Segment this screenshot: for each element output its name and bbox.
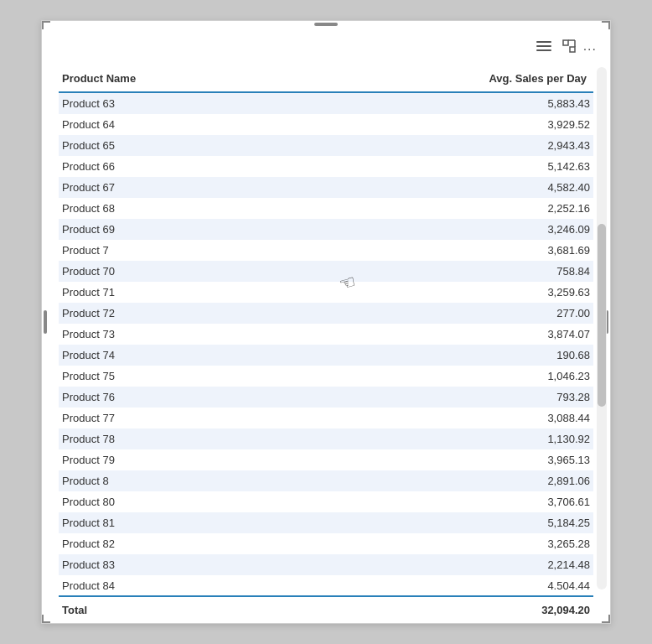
cell-avg-sales: 1,046.23 — [292, 366, 593, 387]
cell-product-name: Product 82 — [59, 533, 292, 554]
scrollbar-thumb[interactable] — [598, 224, 606, 407]
cell-product-name: Product 68 — [59, 198, 292, 219]
cell-product-name: Product 69 — [59, 219, 292, 240]
cell-avg-sales: 3,265.28 — [292, 533, 593, 554]
cell-avg-sales: 5,184.25 — [292, 512, 593, 533]
cell-product-name: Product 78 — [59, 428, 292, 449]
table-row[interactable]: Product 682,252.16 — [59, 198, 593, 219]
data-table: Product Name Avg. Sales per Day Product … — [59, 67, 593, 589]
cell-product-name: Product 63 — [59, 92, 292, 114]
cell-avg-sales: 3,965.13 — [292, 449, 593, 470]
table-row[interactable]: Product 733,874.07 — [59, 324, 593, 345]
cell-avg-sales: 277.00 — [292, 303, 593, 324]
table-row[interactable]: Product 751,046.23 — [59, 366, 593, 387]
cell-avg-sales: 4,582.40 — [292, 177, 593, 198]
cell-product-name: Product 75 — [59, 366, 292, 387]
cell-avg-sales: 3,246.09 — [292, 219, 593, 240]
table-row[interactable]: Product 713,259.63 — [59, 282, 593, 303]
table-row[interactable]: Product 832,214.48 — [59, 554, 593, 575]
cell-avg-sales: 3,706.61 — [292, 491, 593, 512]
cell-avg-sales: 4,504.44 — [292, 575, 593, 589]
cell-product-name: Product 73 — [59, 324, 292, 345]
table-wrapper: Product Name Avg. Sales per Day Product … — [59, 67, 593, 589]
cell-avg-sales: 758.84 — [292, 261, 593, 282]
cell-avg-sales: 3,259.63 — [292, 282, 593, 303]
cell-avg-sales: 2,891.06 — [292, 470, 593, 491]
cell-avg-sales: 3,681.69 — [292, 240, 593, 261]
table-row[interactable]: Product 82,891.06 — [59, 470, 593, 491]
cell-product-name: Product 64 — [59, 114, 292, 135]
table-row[interactable]: Product 665,142.63 — [59, 156, 593, 177]
toolbar: ... — [533, 38, 597, 55]
svg-rect-0 — [563, 40, 568, 45]
cell-avg-sales: 190.68 — [292, 345, 593, 366]
cell-product-name: Product 66 — [59, 156, 292, 177]
resize-handle-br[interactable] — [602, 615, 610, 623]
widget-container: ... Product Name Avg. Sales per Day Prod… — [41, 20, 611, 624]
cell-product-name: Product 84 — [59, 575, 292, 589]
cell-product-name: Product 83 — [59, 554, 292, 575]
table-row[interactable]: Product 652,943.43 — [59, 135, 593, 156]
cell-avg-sales: 2,943.43 — [292, 135, 593, 156]
cell-product-name: Product 8 — [59, 470, 292, 491]
cell-avg-sales: 5,883.43 — [292, 92, 593, 114]
menu-icon[interactable] — [533, 38, 555, 55]
table-row[interactable]: Product 781,130.92 — [59, 428, 593, 449]
cell-product-name: Product 70 — [59, 261, 292, 282]
scrollbar-track[interactable] — [597, 67, 607, 589]
cell-avg-sales: 2,252.16 — [292, 198, 593, 219]
table-row[interactable]: Product 693,246.09 — [59, 219, 593, 240]
cell-avg-sales: 2,214.48 — [292, 554, 593, 575]
cell-product-name: Product 76 — [59, 387, 292, 408]
cell-product-name: Product 79 — [59, 449, 292, 470]
cell-product-name: Product 67 — [59, 177, 292, 198]
cell-product-name: Product 7 — [59, 240, 292, 261]
cell-product-name: Product 72 — [59, 303, 292, 324]
cell-product-name: Product 71 — [59, 282, 292, 303]
table-row[interactable]: Product 823,265.28 — [59, 533, 593, 554]
table-row[interactable]: Product 74190.68 — [59, 345, 593, 366]
table-row[interactable]: Product 643,929.52 — [59, 114, 593, 135]
total-label: Total — [62, 604, 87, 616]
cell-product-name: Product 77 — [59, 408, 292, 428]
table-row[interactable]: Product 73,681.69 — [59, 240, 593, 261]
resize-handle-tl[interactable] — [42, 21, 50, 29]
table-row[interactable]: Product 70758.84 — [59, 261, 593, 282]
cell-avg-sales: 1,130.92 — [292, 428, 593, 449]
resize-handle-left[interactable] — [44, 310, 47, 334]
table-row[interactable]: Product 793,965.13 — [59, 449, 593, 470]
cell-avg-sales: 3,874.07 — [292, 324, 593, 345]
cell-avg-sales: 3,088.44 — [292, 408, 593, 428]
table-row[interactable]: Product 76793.28 — [59, 387, 593, 408]
table-row[interactable]: Product 72277.00 — [59, 303, 593, 324]
total-value: 32,094.20 — [541, 604, 590, 616]
table-row[interactable]: Product 844,504.44 — [59, 575, 593, 589]
cell-avg-sales: 5,142.63 — [292, 156, 593, 177]
table-row[interactable]: Product 773,088.44 — [59, 408, 593, 428]
column-header-product-name[interactable]: Product Name — [59, 67, 292, 92]
column-header-avg-sales[interactable]: Avg. Sales per Day — [292, 67, 593, 92]
cell-product-name: Product 65 — [59, 135, 292, 156]
more-options-icon[interactable]: ... — [583, 39, 597, 54]
resize-handle-tr[interactable] — [602, 21, 610, 29]
resize-handle-bl[interactable] — [42, 615, 50, 623]
svg-rect-1 — [570, 47, 575, 52]
total-row: Total 32,094.20 — [59, 595, 593, 623]
cell-avg-sales: 3,929.52 — [292, 114, 593, 135]
table-row[interactable]: Product 674,582.40 — [59, 177, 593, 198]
cell-avg-sales: 793.28 — [292, 387, 593, 408]
cell-product-name: Product 80 — [59, 491, 292, 512]
cell-product-name: Product 81 — [59, 512, 292, 533]
table-row[interactable]: Product 803,706.61 — [59, 491, 593, 512]
resize-handle-top[interactable] — [314, 23, 338, 26]
expand-icon[interactable] — [561, 39, 577, 54]
table-row[interactable]: Product 635,883.43 — [59, 92, 593, 114]
table-row[interactable]: Product 815,184.25 — [59, 512, 593, 533]
cell-product-name: Product 74 — [59, 345, 292, 366]
